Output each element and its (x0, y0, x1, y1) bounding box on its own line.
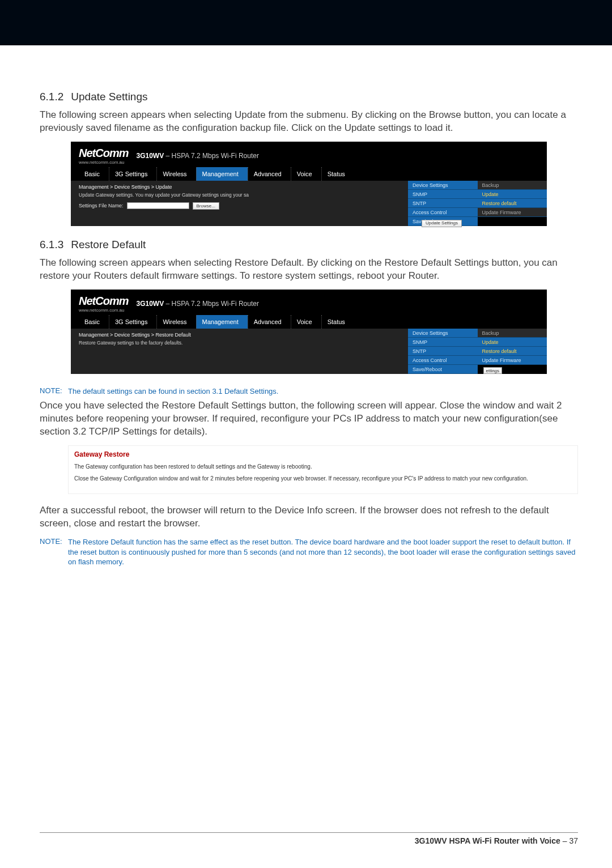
para-update-intro: The following screen appears when select… (40, 109, 578, 135)
tab-advanced[interactable]: Advanced (248, 167, 291, 181)
footer-rule (40, 832, 578, 833)
submenu-access-control[interactable]: Access Control (408, 208, 478, 217)
submenu-sntp[interactable]: SNTP (408, 199, 478, 208)
submenu-update-fw[interactable]: Update Firmware (478, 208, 547, 217)
update-settings-button[interactable]: Update Settings (422, 220, 462, 227)
router-model: 3G10WV – HSPA 7.2 Mbps Wi-Fi Router (136, 152, 259, 160)
tab-advanced[interactable]: Advanced (248, 315, 291, 329)
ettings-button[interactable]: ettings (483, 367, 503, 374)
router-model-bold: 3G10WV (136, 300, 164, 308)
router-main-panel: Management > Device Settings > Restore D… (71, 329, 408, 374)
para-restore-followup: Once you have selected the Restore Defau… (40, 399, 578, 439)
submenu-access-control[interactable]: Access Control (408, 356, 478, 365)
tab-3g[interactable]: 3G Settings (109, 315, 156, 329)
breadcrumb: Management > Device Settings > Update (79, 184, 402, 190)
router-sublogo: www.netcomm.com.au (79, 160, 128, 165)
tab-management[interactable]: Management (196, 167, 248, 181)
submenu-snmp[interactable]: SNMP (408, 338, 478, 347)
router-submenu: Device Settings SNMP SNTP Access Control… (408, 329, 547, 374)
submenu-device-settings[interactable]: Device Settings (408, 181, 478, 190)
router-tabs: Basic 3G Settings Wireless Management Ad… (71, 315, 547, 329)
heading-612: 6.1.2 Update Settings (40, 91, 578, 103)
note-default-settings: NOTE: The default settings can be found … (40, 386, 578, 397)
submenu-update[interactable]: Update (478, 338, 547, 347)
submenu-col2: Backup Update Restore default Update Fir… (478, 329, 547, 374)
tab-status[interactable]: Status (321, 167, 354, 181)
page-footer: 3G10WV HSPA Wi-Fi Router with Voice – 37 (40, 832, 578, 845)
router-screenshot-restore: NetComm www.netcomm.com.au 3G10WV – HSPA… (71, 290, 547, 374)
settings-file-label: Settings File Name: (79, 203, 124, 209)
submenu-backup[interactable]: Backup (478, 329, 547, 338)
submenu-sntp[interactable]: SNTP (408, 347, 478, 356)
router-model-rest: – HSPA 7.2 Mbps Wi-Fi Router (164, 300, 259, 308)
para-after-reboot: After a successful reboot, the browser w… (40, 504, 578, 530)
page-header-bar (0, 0, 612, 45)
heading-title: Update Settings (71, 91, 147, 103)
tab-status[interactable]: Status (321, 315, 354, 329)
note-restore-default: NOTE: The Restore Default function has t… (40, 537, 578, 567)
tab-basic[interactable]: Basic (79, 315, 109, 329)
note-label: NOTE: (40, 537, 68, 567)
tab-wireless[interactable]: Wireless (156, 315, 196, 329)
heading-num: 6.1.3 (40, 239, 68, 251)
page-content: 6.1.2 Update Settings The following scre… (0, 45, 612, 567)
tab-management[interactable]: Management (196, 315, 248, 329)
browse-button[interactable]: Browse... (193, 202, 219, 210)
router-sublogo: www.netcomm.com.au (79, 308, 128, 313)
note-body: The default settings can be found in sec… (68, 386, 578, 397)
submenu-update[interactable]: Update (478, 190, 547, 199)
heading-num: 6.1.2 (40, 91, 68, 103)
submenu-col1: Device Settings SNMP SNTP Access Control… (408, 329, 478, 374)
router-model-rest: – HSPA 7.2 Mbps Wi-Fi Router (164, 152, 259, 160)
submenu-save-reboot[interactable]: Save/Reboot (408, 365, 478, 374)
submenu-col2: Backup Update Restore default Update Fir… (478, 181, 547, 226)
submenu-blank (478, 217, 547, 226)
submenu-col1: Device Settings SNMP SNTP Access Control… (408, 181, 478, 226)
submenu-ettings-wrap: ettings (478, 365, 547, 374)
submenu-restore[interactable]: Restore default (478, 347, 547, 356)
note-body: The Restore Default function has the sam… (68, 537, 578, 567)
tab-basic[interactable]: Basic (79, 167, 109, 181)
submenu-snmp[interactable]: SNMP (408, 190, 478, 199)
submenu-backup[interactable]: Backup (478, 181, 547, 190)
router-submenu: Device Settings SNMP SNTP Access Control… (408, 181, 547, 226)
breadcrumb: Management > Device Settings > Restore D… (79, 332, 402, 338)
heading-613: 6.1.3 Restore Default (40, 239, 578, 251)
tab-voice[interactable]: Voice (291, 167, 321, 181)
note-label: NOTE: (40, 386, 68, 397)
router-body: Management > Device Settings > Update Up… (71, 181, 547, 226)
tab-3g[interactable]: 3G Settings (109, 167, 156, 181)
router-model: 3G10WV – HSPA 7.2 Mbps Wi-Fi Router (136, 300, 259, 308)
footer-sep: – (560, 836, 570, 845)
router-header: NetComm www.netcomm.com.au 3G10WV – HSPA… (71, 290, 547, 315)
submenu-update-fw[interactable]: Update Firmware (478, 356, 547, 365)
para-restore-intro: The following screen appears when select… (40, 257, 578, 283)
router-body: Management > Device Settings > Restore D… (71, 329, 547, 374)
heading-title: Restore Default (71, 239, 146, 250)
router-main-panel: Management > Device Settings > Update Up… (71, 181, 408, 226)
footer-product: 3G10WV HSPA Wi-Fi Router with Voice (415, 836, 560, 845)
footer-page: 37 (569, 836, 578, 845)
router-brand-wrap: NetComm www.netcomm.com.au (79, 147, 128, 165)
router-header: NetComm www.netcomm.com.au 3G10WV – HSPA… (71, 142, 547, 167)
gateway-line2: Close the Gateway Configuration window a… (74, 475, 572, 482)
router-screenshot-update: NetComm www.netcomm.com.au 3G10WV – HSPA… (71, 142, 547, 226)
help-text: Update Gateway settings. You may update … (79, 192, 402, 198)
settings-file-row: Settings File Name: Browse... (79, 202, 402, 210)
router-brand: NetComm (79, 147, 128, 159)
tab-wireless[interactable]: Wireless (156, 167, 196, 181)
gateway-line1: The Gateway configuration has been resto… (74, 463, 572, 470)
tab-voice[interactable]: Voice (291, 315, 321, 329)
settings-file-input[interactable] (127, 202, 189, 209)
submenu-device-settings[interactable]: Device Settings (408, 329, 478, 338)
footer-text: 3G10WV HSPA Wi-Fi Router with Voice – 37 (40, 836, 578, 845)
help-text: Restore Gateway settings to the factory … (79, 340, 402, 346)
gateway-restore-title: Gateway Restore (74, 450, 572, 458)
gateway-restore-box: Gateway Restore The Gateway configuratio… (68, 445, 578, 494)
router-brand-wrap: NetComm www.netcomm.com.au (79, 295, 128, 313)
router-model-bold: 3G10WV (136, 152, 164, 160)
submenu-restore[interactable]: Restore default (478, 199, 547, 208)
router-brand: NetComm (79, 295, 128, 307)
router-tabs: Basic 3G Settings Wireless Management Ad… (71, 167, 547, 181)
